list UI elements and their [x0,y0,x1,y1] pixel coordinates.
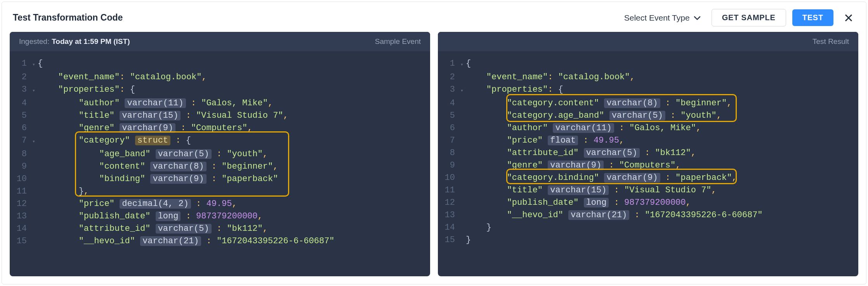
line-number: 7 [438,134,460,147]
line-number: 4 [10,97,32,110]
code-content: "properties": { [38,84,430,96]
line-number: 12 [10,198,32,210]
fold-toggle-icon [32,148,38,149]
code-line: 9 "content" varchar(8) : "beginner", [10,160,430,173]
line-number: 12 [438,197,460,209]
page-title: Test Transformation Code [13,12,624,23]
code-content: { [466,58,858,70]
code-line: 3▾ "properties": { [10,84,430,97]
code-line: 8 "age_band" varchar(5) : "youth", [10,148,430,160]
code-content: "price" decimal(4, 2) : 49.95, [38,198,430,210]
line-number: 14 [10,223,32,235]
code-line: 5 "title" varchar(15) : "Visual Studio 7… [10,110,430,122]
line-number: 5 [438,110,460,122]
code-content: "category.age_band" varchar(5) : "youth"… [466,110,858,122]
code-content: "title" varchar(15) : "Visual Studio 7", [466,184,858,197]
test-result-code[interactable]: 1▾{2 "event_name": "catalog.book",3▾ "pr… [438,51,858,276]
ingested-time: Today at 1:59 PM (IST) [52,37,130,46]
code-line: 10 "category.binding" varchar(9) : "pape… [438,172,858,184]
code-line: 12 "publish_date" long : 987379200000, [438,197,858,209]
fold-toggle-icon [460,184,466,185]
line-number: 1 [438,58,460,70]
code-content: "age_band" varchar(5) : "youth", [38,148,430,160]
code-content: "properties": { [466,84,858,96]
line-number: 10 [438,172,460,184]
code-line: 11 }, [10,185,430,198]
line-number: 15 [438,234,460,246]
test-result-panel: Test Result 1▾{2 "event_name": "catalog.… [438,32,858,276]
line-number: 3 [10,84,32,96]
code-content: "binding" varchar(9) : "paperback" [38,173,430,185]
code-content: "category.content" varchar(8) : "beginne… [466,97,858,110]
fold-toggle-icon[interactable]: ▾ [460,84,466,97]
fold-toggle-icon [460,197,466,198]
code-content: } [466,234,858,246]
code-content: "price" float : 49.95, [466,134,858,147]
code-content: "genre" varchar(9) : "Computers", [466,159,858,172]
fold-toggle-icon [32,71,38,72]
test-result-header: Test Result [438,32,858,51]
code-content: "__hevo_id" varchar(21) : "1672043395226… [38,235,430,248]
code-content: { [38,58,430,70]
select-event-type-label: Select Event Type [624,13,690,23]
fold-toggle-icon [32,110,38,111]
fold-toggle-icon [32,173,38,174]
test-transformation-window: Test Transformation Code Select Event Ty… [2,2,866,284]
code-line: 10 "binding" varchar(9) : "paperback" [10,173,430,185]
fold-toggle-icon [32,185,38,187]
close-icon[interactable] [842,11,855,24]
test-button[interactable]: TEST [792,9,833,26]
code-line: 9 "genre" varchar(9) : "Computers", [438,159,858,172]
code-line: 6 "author" varchar(11) : "Galos, Mike", [438,122,858,134]
line-number: 9 [438,159,460,172]
fold-toggle-icon[interactable]: ▾ [460,58,466,71]
code-line: 1▾{ [438,58,858,71]
sample-event-code[interactable]: 1▾{2 "event_name": "catalog.book",3▾ "pr… [10,51,430,276]
fold-toggle-icon[interactable]: ▾ [32,58,38,71]
code-line: 3▾ "properties": { [438,84,858,97]
header-bar: Test Transformation Code Select Event Ty… [2,2,866,32]
fold-toggle-icon[interactable]: ▾ [32,134,38,148]
code-line: 12 "price" decimal(4, 2) : 49.95, [10,198,430,210]
line-number: 10 [10,173,32,185]
code-line: 2 "event_name": "catalog.book", [438,71,858,84]
code-line: 8 "attribute_id" varchar(5) : "bk112", [438,147,858,159]
code-line: 7▾ "category" struct : { [10,134,430,148]
code-content: } [466,221,858,234]
get-sample-button[interactable]: GET SAMPLE [712,9,786,26]
line-number: 8 [10,148,32,160]
code-line: 13 "__hevo_id" varchar(21) : "1672043395… [438,209,858,221]
code-line: 14 } [438,221,858,234]
code-content: "event_name": "catalog.book", [466,71,858,84]
fold-toggle-icon [32,235,38,236]
line-number: 5 [10,110,32,122]
line-number: 11 [438,184,460,197]
line-number: 2 [438,71,460,84]
code-line: 5 "category.age_band" varchar(5) : "yout… [438,110,858,122]
sample-event-panel: Ingested: Today at 1:59 PM (IST) Sample … [10,32,430,276]
test-result-label: Test Result [812,37,849,46]
fold-toggle-icon [460,172,466,173]
line-number: 13 [438,209,460,221]
code-line: 7 "price" float : 49.95, [438,134,858,147]
line-number: 6 [438,122,460,134]
code-content: "content" varchar(8) : "beginner", [38,160,430,173]
fold-toggle-icon [32,210,38,211]
fold-toggle-icon [460,97,466,98]
line-number: 11 [10,185,32,198]
line-number: 9 [10,160,32,173]
code-content: "author" varchar(11) : "Galos, Mike", [466,122,858,134]
code-content: "category.binding" varchar(9) : "paperba… [466,172,858,184]
fold-toggle-icon [460,134,466,136]
fold-toggle-icon [460,234,466,235]
code-line: 14 "attribute_id" varchar(5) : "bk112", [10,223,430,235]
fold-toggle-icon[interactable]: ▾ [32,84,38,97]
line-number: 15 [10,235,32,248]
code-line: 15 "__hevo_id" varchar(21) : "1672043395… [10,235,430,248]
line-number: 13 [10,210,32,223]
select-event-type-dropdown[interactable]: Select Event Type [624,13,701,23]
fold-toggle-icon [460,122,466,123]
fold-toggle-icon [460,71,466,72]
code-content: "genre" varchar(9) : "Computers", [38,122,430,134]
fold-toggle-icon [460,209,466,210]
